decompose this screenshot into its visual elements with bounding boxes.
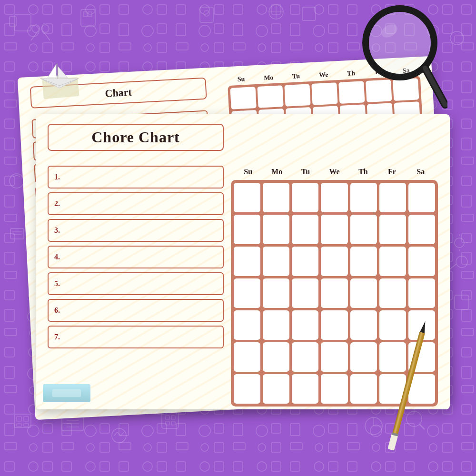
grid-section: Su Mo Tu We Th Fr Sa [231, 166, 438, 407]
cell-6-3[interactable] [292, 342, 318, 372]
cell-1-6[interactable] [379, 183, 406, 212]
day-su: Su [234, 166, 262, 178]
svg-rect-34 [171, 421, 175, 425]
chore-item-2[interactable]: 2. [48, 192, 224, 215]
cell-4-6[interactable] [379, 278, 406, 308]
cell-5-2[interactable] [263, 310, 289, 340]
cell-2-1[interactable] [234, 215, 260, 244]
title-box: Chore Chart [48, 124, 224, 151]
svg-rect-3 [83, 12, 87, 17]
svg-rect-5 [200, 7, 213, 22]
magnifying-glass [362, 5, 447, 109]
svg-point-6 [204, 10, 209, 16]
cell-5-3[interactable] [292, 310, 318, 340]
cell-3-7[interactable] [408, 247, 435, 276]
cell-1-3[interactable] [292, 183, 318, 212]
cell-2-2[interactable] [263, 215, 289, 244]
svg-rect-10 [302, 7, 316, 20]
cell-1-1[interactable] [234, 183, 260, 212]
chore-number-3: 3. [54, 226, 60, 235]
eraser [43, 384, 90, 402]
cell-6-5[interactable] [350, 342, 377, 372]
svg-line-46 [43, 31, 50, 40]
cell-4-5[interactable] [350, 278, 377, 308]
svg-rect-2 [81, 10, 95, 26]
cell-3-1[interactable] [234, 247, 260, 276]
svg-rect-20 [14, 414, 31, 427]
chore-number-6: 6. [54, 306, 60, 315]
svg-line-57 [425, 68, 445, 105]
svg-point-35 [455, 238, 464, 248]
chore-number-5: 5. [54, 279, 60, 288]
cell-5-4[interactable] [321, 310, 347, 340]
svg-rect-12 [455, 36, 463, 42]
cell-5-5[interactable] [350, 310, 377, 340]
svg-point-44 [41, 25, 49, 32]
day-we: We [320, 166, 348, 178]
svg-point-54 [369, 12, 431, 74]
cell-3-2[interactable] [263, 247, 289, 276]
cell-4-1[interactable] [234, 278, 260, 308]
cell-7-4[interactable] [321, 374, 347, 404]
svg-rect-30 [162, 412, 178, 428]
cell-3-3[interactable] [292, 247, 318, 276]
back-chart-title: Chart [105, 86, 132, 99]
cell-2-4[interactable] [321, 215, 347, 244]
cell-4-2[interactable] [263, 278, 289, 308]
cell-7-2[interactable] [263, 374, 289, 404]
chore-item-1[interactable]: 1. [48, 166, 224, 188]
day-sa: Sa [407, 166, 435, 178]
cell-2-5[interactable] [350, 215, 377, 244]
chore-number-2: 2. [54, 199, 60, 208]
chore-number-7: 7. [54, 333, 60, 341]
chore-list: 1. 2. 3. 4. 5. 6. 7. [48, 166, 224, 348]
svg-point-40 [365, 417, 382, 435]
cell-2-6[interactable] [379, 215, 406, 244]
svg-rect-1 [10, 17, 16, 26]
svg-rect-21 [17, 416, 21, 421]
cell-3-6[interactable] [379, 247, 406, 276]
cell-2-3[interactable] [292, 215, 318, 244]
day-tu: Tu [291, 166, 320, 178]
cell-1-7[interactable] [408, 183, 435, 212]
chore-item-5[interactable]: 5. [48, 272, 224, 295]
svg-rect-19 [455, 295, 469, 309]
chore-item-7[interactable]: 7. [48, 326, 224, 348]
chore-item-3[interactable]: 3. [48, 219, 224, 242]
cell-4-7[interactable] [408, 278, 435, 308]
cell-6-6[interactable] [379, 342, 406, 372]
svg-rect-33 [166, 421, 169, 425]
cell-6-4[interactable] [321, 342, 347, 372]
chore-item-6[interactable]: 6. [48, 299, 224, 322]
cell-6-2[interactable] [263, 342, 289, 372]
svg-rect-0 [14, 14, 31, 31]
cell-6-1[interactable] [234, 342, 260, 372]
svg-point-41 [407, 411, 422, 426]
cell-1-2[interactable] [263, 183, 289, 212]
cell-1-4[interactable] [321, 183, 347, 212]
svg-line-45 [31, 31, 38, 40]
cell-3-4[interactable] [321, 247, 347, 276]
svg-point-29 [112, 428, 126, 443]
paper-boat [38, 60, 81, 93]
cell-5-6[interactable] [379, 310, 406, 340]
cell-5-1[interactable] [234, 310, 260, 340]
svg-rect-4 [88, 12, 92, 17]
cell-4-3[interactable] [292, 278, 318, 308]
svg-point-11 [450, 31, 464, 45]
cell-4-4[interactable] [321, 278, 347, 308]
chore-item-4[interactable]: 4. [48, 246, 224, 268]
cell-7-1[interactable] [234, 374, 260, 404]
chore-number-4: 4. [54, 253, 60, 261]
svg-rect-32 [171, 416, 175, 419]
chart-title: Chore Chart [91, 129, 180, 146]
day-th: Th [349, 166, 377, 178]
cell-3-5[interactable] [350, 247, 377, 276]
cell-2-7[interactable] [408, 215, 435, 244]
cell-7-3[interactable] [292, 374, 318, 404]
svg-point-13 [10, 174, 24, 188]
svg-rect-31 [166, 416, 169, 419]
cell-7-5[interactable] [350, 374, 377, 404]
cell-1-5[interactable] [350, 183, 377, 212]
svg-rect-23 [17, 424, 21, 426]
